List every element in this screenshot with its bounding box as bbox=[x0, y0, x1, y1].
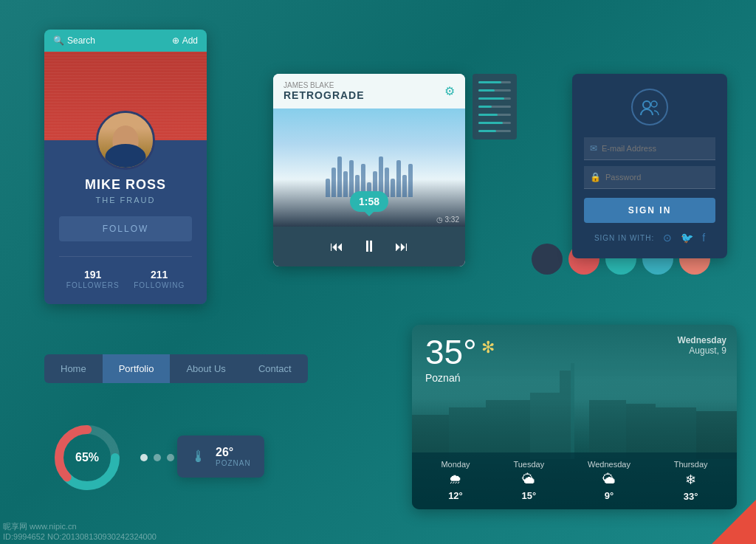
thermometer-icon: 🌡 bbox=[190, 447, 207, 466]
dot-2[interactable] bbox=[154, 454, 161, 461]
pagination-dots bbox=[140, 454, 174, 461]
svg-point-1 bbox=[651, 101, 657, 107]
artwork-bars bbox=[273, 153, 465, 197]
eq-row-6 bbox=[478, 122, 511, 124]
login-form: ✉ 🔒 SIGN IN SIGN IN WITH: ⊙ 🐦 f bbox=[572, 74, 727, 258]
dot-1[interactable] bbox=[140, 454, 148, 461]
wednesday-label: Wednesday bbox=[588, 460, 630, 469]
weather-day: Wednesday bbox=[678, 335, 726, 345]
artist-name: JAMES BLAKE bbox=[284, 81, 365, 89]
facebook-icon[interactable]: f bbox=[702, 232, 705, 244]
tuesday-label: Tuesday bbox=[513, 460, 544, 469]
add-label[interactable]: Add bbox=[182, 35, 198, 46]
equalizer-panel bbox=[472, 74, 517, 140]
forecast-wednesday: Wednesday 🌥 9° bbox=[588, 460, 630, 502]
avatar bbox=[96, 111, 155, 170]
forward-button[interactable]: ⏭ bbox=[395, 239, 408, 255]
nav-about[interactable]: About Us bbox=[170, 354, 241, 383]
monday-label: Monday bbox=[441, 460, 470, 469]
svg-rect-12 bbox=[626, 404, 656, 459]
nav-menu: Home Portfolio About Us Contact bbox=[44, 354, 308, 383]
nav-home[interactable]: Home bbox=[44, 354, 103, 383]
eq-row-4 bbox=[478, 106, 511, 108]
temperature-widget: 🌡 26° POZNAN bbox=[177, 435, 264, 478]
login-avatar-icon bbox=[584, 89, 715, 125]
add-icon: ⊕ bbox=[172, 35, 179, 46]
profile-stats: 191 FOLLOWERS 211 FOLLOWING bbox=[59, 256, 192, 289]
temp-city: POZNAN bbox=[216, 459, 251, 467]
add-area[interactable]: ⊕ Add bbox=[172, 35, 198, 46]
profile-top-bar: 🔍 Search ⊕ Add bbox=[44, 30, 207, 52]
player-title-area: JAMES BLAKE RETROGRADE bbox=[284, 81, 365, 101]
following-label: FOLLOWING bbox=[134, 281, 185, 289]
weather-date-text: August, 9 bbox=[678, 345, 726, 356]
rewind-button[interactable]: ⏮ bbox=[330, 239, 343, 255]
weather-city: Poznań bbox=[425, 372, 495, 384]
password-field[interactable] bbox=[605, 173, 709, 182]
nav-portfolio[interactable]: Portfolio bbox=[103, 354, 171, 383]
weather-main: 35° ✻ Poznań bbox=[425, 335, 495, 384]
sign-in-button[interactable]: SIGN IN bbox=[584, 198, 715, 223]
password-input-row: 🔒 bbox=[584, 166, 715, 189]
sun-icon: ✻ bbox=[481, 338, 495, 357]
eq-row-5 bbox=[478, 114, 511, 116]
svg-rect-11 bbox=[589, 400, 626, 459]
wednesday-icon: 🌥 bbox=[588, 472, 630, 487]
profile-avatar-wrap bbox=[96, 111, 155, 170]
email-field[interactable] bbox=[602, 144, 709, 153]
followers-label: FOLLOWERS bbox=[66, 281, 120, 289]
swatch-dark[interactable] bbox=[532, 244, 563, 275]
weather-date: Wednesday August, 9 bbox=[678, 335, 726, 356]
thursday-temp: 33° bbox=[674, 491, 708, 502]
signin-with-label: SIGN IN WITH: bbox=[594, 234, 654, 242]
player-controls: ⏮ ⏸ ⏭ bbox=[273, 227, 465, 266]
weather-temp: 35° bbox=[425, 335, 477, 369]
total-time: ◷ 3:32 bbox=[436, 216, 459, 224]
follow-button[interactable]: FOLLOW bbox=[59, 216, 192, 241]
eq-row-1 bbox=[478, 81, 511, 83]
search-icon: 🔍 bbox=[53, 35, 64, 46]
svg-rect-7 bbox=[530, 393, 560, 459]
player-header: JAMES BLAKE RETROGRADE ⚙ bbox=[273, 74, 465, 109]
profile-card: 🔍 Search ⊕ Add MIKE ROSS THE FRAUD FOLLO… bbox=[44, 30, 207, 304]
avatar-face bbox=[98, 111, 153, 170]
forecast-tuesday: Tuesday 🌥 15° bbox=[513, 460, 544, 502]
player-artwork: 1:58 ◷ 3:32 bbox=[273, 109, 465, 227]
monday-temp: 12° bbox=[441, 490, 470, 501]
svg-rect-9 bbox=[449, 407, 486, 459]
watermark: 昵享网 www.nipic.cn ID:9994652 NO:201308130… bbox=[3, 521, 157, 541]
twitter-icon[interactable]: 🐦 bbox=[681, 232, 693, 244]
profile-subtitle: THE FRAUD bbox=[59, 196, 192, 204]
nav-contact[interactable]: Contact bbox=[242, 354, 308, 383]
search-area[interactable]: 🔍 Search bbox=[53, 35, 95, 46]
watermark-id: ID:9994652 NO:201308130930242324000 bbox=[3, 532, 157, 541]
thursday-icon: ❄ bbox=[674, 472, 708, 488]
dot-3[interactable] bbox=[167, 454, 174, 461]
eq-row-7 bbox=[478, 130, 511, 132]
forecast-thursday: Thursday ❄ 33° bbox=[674, 460, 708, 502]
email-icon: ✉ bbox=[590, 143, 597, 154]
current-time: 1:58 bbox=[350, 191, 388, 212]
tuesday-temp: 15° bbox=[513, 490, 544, 501]
svg-point-0 bbox=[643, 101, 650, 109]
thursday-label: Thursday bbox=[674, 460, 708, 469]
following-count: 211 bbox=[151, 269, 168, 280]
pause-button[interactable]: ⏸ bbox=[361, 237, 377, 256]
svg-rect-8 bbox=[486, 400, 530, 459]
google-icon[interactable]: ⊙ bbox=[663, 232, 672, 244]
search-label[interactable]: Search bbox=[67, 35, 95, 46]
gear-icon[interactable]: ⚙ bbox=[444, 84, 455, 98]
eq-row-2 bbox=[478, 89, 511, 92]
lock-icon: 🔒 bbox=[590, 172, 601, 182]
wednesday-temp: 9° bbox=[588, 490, 630, 501]
weather-card: 35° ✻ Poznań Wednesday August, 9 Monday … bbox=[412, 325, 737, 509]
watermark-site: 昵享网 www.nipic.cn bbox=[3, 521, 157, 532]
music-player: JAMES BLAKE RETROGRADE ⚙ 1:58 ◷ 3:32 ⏮ bbox=[273, 74, 465, 266]
signin-social: SIGN IN WITH: ⊙ 🐦 f bbox=[584, 232, 715, 244]
svg-rect-6 bbox=[571, 363, 574, 459]
email-input-row: ✉ bbox=[584, 137, 715, 160]
forecast-monday: Monday 🌧 12° bbox=[441, 460, 470, 502]
following-stat: 211 FOLLOWING bbox=[134, 268, 185, 289]
temp-value: 26° bbox=[216, 446, 251, 459]
tuesday-icon: 🌥 bbox=[513, 472, 544, 487]
